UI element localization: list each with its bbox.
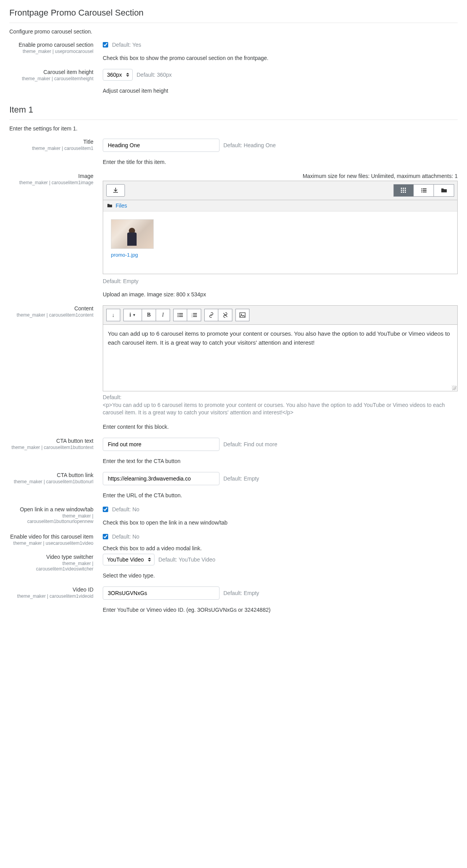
unlink-icon bbox=[223, 312, 228, 318]
image-sublabel: theme_maker | carouselitem1image bbox=[9, 180, 93, 185]
content-sublabel: theme_maker | carouselitem1content bbox=[9, 312, 93, 318]
video-id-help: Enter YouTube or Vimeo video ID. (eg. 3O… bbox=[103, 607, 458, 613]
editor-ul-button[interactable] bbox=[173, 309, 187, 321]
title-input[interactable] bbox=[103, 139, 219, 152]
editor-expand-button[interactable]: ↓ bbox=[106, 309, 120, 321]
cta-text-input[interactable] bbox=[103, 438, 219, 451]
svg-rect-4 bbox=[403, 190, 404, 191]
divider bbox=[9, 23, 458, 23]
files-breadcrumb-link[interactable]: Files bbox=[116, 202, 127, 209]
image-icon bbox=[239, 312, 246, 318]
svg-rect-24 bbox=[193, 315, 197, 315]
file-manager: Files promo-1.jpg bbox=[103, 181, 458, 274]
editor-bold-button[interactable]: B bbox=[142, 309, 156, 321]
svg-rect-2 bbox=[405, 188, 406, 189]
openwin-help: Check this box to open the link in a new… bbox=[103, 519, 458, 526]
title-sublabel: theme_maker | carouselitem1 bbox=[9, 146, 93, 151]
svg-text:3: 3 bbox=[191, 316, 193, 317]
link-icon bbox=[209, 312, 214, 318]
openwin-checkbox[interactable] bbox=[103, 507, 108, 512]
video-id-hint: Default: Empty bbox=[223, 590, 259, 596]
svg-point-11 bbox=[421, 190, 422, 191]
video-type-select[interactable]: YouTube Video bbox=[103, 554, 154, 565]
svg-point-9 bbox=[421, 188, 422, 189]
height-sublabel: theme_maker | carouselitemheight bbox=[9, 76, 93, 81]
cta-link-label: CTA button link bbox=[9, 472, 93, 478]
arrow-down-icon: ↓ bbox=[112, 312, 115, 318]
content-label: Content bbox=[9, 305, 93, 312]
content-help: Enter content for this block. bbox=[103, 424, 458, 430]
rich-text-editor: ↓ i ▼BI 123 You can add up to 6 carousel… bbox=[103, 305, 458, 391]
svg-rect-18 bbox=[179, 315, 183, 315]
svg-rect-14 bbox=[423, 192, 427, 192]
folder-icon bbox=[441, 188, 447, 193]
chevron-down-icon: ▼ bbox=[132, 313, 136, 317]
svg-rect-12 bbox=[423, 190, 427, 191]
cta-link-input[interactable] bbox=[103, 472, 219, 485]
video-enable-checkbox[interactable] bbox=[103, 534, 108, 539]
video-enable-sublabel: theme_maker | usecarouselitem1video bbox=[9, 541, 93, 546]
enable-hint: Default: Yes bbox=[112, 42, 141, 48]
section-description: Configure promo carousel section. bbox=[9, 28, 458, 35]
editor-unlink-button[interactable] bbox=[218, 309, 232, 321]
thumbnail-image bbox=[111, 220, 153, 248]
height-hint: Default: 360px bbox=[137, 72, 172, 78]
svg-point-13 bbox=[421, 192, 422, 192]
svg-rect-20 bbox=[179, 316, 183, 317]
svg-rect-22 bbox=[193, 313, 197, 314]
svg-rect-8 bbox=[405, 192, 406, 193]
cta-link-hint: Default: Empty bbox=[223, 475, 259, 482]
svg-rect-1 bbox=[403, 188, 404, 189]
editor-image-button[interactable] bbox=[235, 309, 249, 321]
editor-ol-button[interactable]: 123 bbox=[187, 309, 201, 321]
bullet-list-icon bbox=[177, 313, 183, 317]
video-type-label: Video type switcher bbox=[9, 554, 93, 560]
video-id-input[interactable] bbox=[103, 586, 219, 600]
item-description: Enter the settings for item 1. bbox=[9, 125, 458, 132]
resize-handle[interactable] bbox=[452, 386, 456, 390]
openwin-hint: Default: No bbox=[112, 506, 139, 512]
file-thumbnail[interactable] bbox=[111, 219, 154, 249]
file-name[interactable]: promo-1.jpg bbox=[111, 252, 449, 258]
view-list-button[interactable] bbox=[414, 184, 434, 197]
content-default-value: <p>You can add up to 6 carousel items to… bbox=[103, 402, 445, 416]
enable-checkbox[interactable] bbox=[103, 42, 108, 48]
svg-rect-5 bbox=[405, 190, 406, 191]
cta-text-hint: Default: Find out more bbox=[223, 441, 277, 447]
download-icon bbox=[112, 187, 119, 194]
add-file-button[interactable] bbox=[106, 184, 125, 197]
video-enable-help: Check this box to add a video modal link… bbox=[103, 545, 458, 551]
svg-rect-0 bbox=[401, 188, 402, 189]
svg-rect-6 bbox=[401, 192, 402, 193]
video-enable-hint: Default: No bbox=[112, 533, 139, 540]
svg-rect-3 bbox=[401, 190, 402, 191]
view-grid-button[interactable] bbox=[393, 184, 414, 197]
height-label: Carousel item height bbox=[9, 69, 93, 75]
editor-italic-button[interactable]: I bbox=[156, 309, 170, 321]
svg-rect-16 bbox=[179, 313, 183, 314]
cta-link-sublabel: theme_maker | carouselitem1buttonurl bbox=[9, 479, 93, 484]
editor-textarea[interactable]: You can add up to 6 carousel items to pr… bbox=[103, 325, 457, 391]
height-help: Adjust carousel item height bbox=[103, 88, 458, 94]
item-heading: Item 1 bbox=[9, 105, 458, 115]
image-hint: Default: Empty bbox=[103, 278, 458, 284]
svg-rect-7 bbox=[403, 192, 404, 193]
title-label: Title bbox=[9, 139, 93, 145]
editor-link-button[interactable] bbox=[204, 309, 218, 321]
svg-point-15 bbox=[177, 313, 179, 314]
image-help: Upload an image. Image size: 800 x 534px bbox=[103, 291, 458, 298]
svg-rect-27 bbox=[240, 313, 245, 317]
svg-rect-10 bbox=[423, 188, 427, 189]
enable-help: Check this box to show the promo carouse… bbox=[103, 55, 458, 61]
svg-point-19 bbox=[177, 316, 179, 317]
file-size-info: Maximum size for new files: Unlimited, m… bbox=[103, 173, 458, 179]
openwin-label: Open link in a new window/tab bbox=[9, 506, 93, 512]
numbered-list-icon: 123 bbox=[191, 313, 197, 317]
list-icon bbox=[421, 188, 427, 193]
video-type-hint: Default: YouTube Video bbox=[158, 556, 215, 563]
cta-text-help: Enter the text for the CTA button bbox=[103, 458, 458, 464]
view-folder-button[interactable] bbox=[434, 184, 454, 197]
editor-styles-button[interactable]: i ▼ bbox=[123, 309, 142, 321]
height-select[interactable]: 360px bbox=[103, 69, 133, 81]
enable-sublabel: theme_maker | usepromocarousel bbox=[9, 49, 93, 54]
